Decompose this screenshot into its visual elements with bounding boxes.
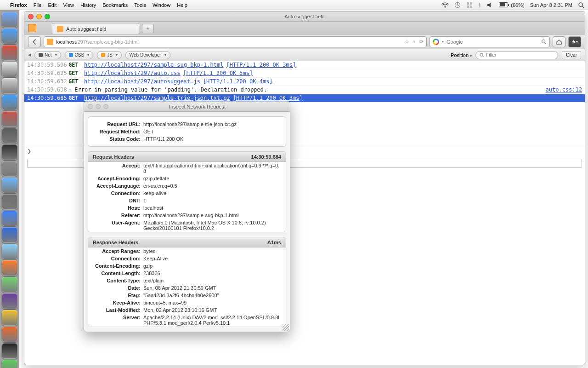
- grid-icon[interactable]: [466, 2, 473, 8]
- dock-app-icon[interactable]: [2, 211, 17, 226]
- traffic-lights[interactable]: [28, 14, 50, 19]
- log-url-link[interactable]: http://localhost/297/sample-sug-bkp-1.ht…: [84, 61, 223, 69]
- menu-history[interactable]: History: [80, 2, 96, 8]
- net-panel-toggle[interactable]: Net: [34, 51, 61, 59]
- network-log: 14:30:59.596GEThttp://localhost/297/samp…: [24, 61, 585, 103]
- filter-input[interactable]: [486, 52, 554, 58]
- dock-app-icon[interactable]: [2, 62, 17, 77]
- url-bar[interactable]: localhost/297/sample-sug-bkp-1.html ☆ ▾ …: [44, 36, 427, 47]
- menubar-clock[interactable]: Sun Apr 8 2:31 PM: [530, 2, 572, 8]
- menu-tools[interactable]: Tools: [134, 2, 146, 8]
- chevron-left-icon[interactable]: ◀: [28, 53, 31, 57]
- header-row: Content-Encoding:gzip: [88, 262, 286, 270]
- dock-app-icon[interactable]: [2, 178, 17, 193]
- dock-app-icon[interactable]: [2, 277, 17, 293]
- dock-app-icon[interactable]: [2, 111, 17, 127]
- header-row: Accept-Language:en-us,en;q=0.5: [88, 182, 286, 190]
- home-button[interactable]: [553, 36, 565, 47]
- log-row[interactable]: 14:30:59.638⚠Error in parsing value for …: [24, 86, 585, 94]
- filter-box[interactable]: [475, 51, 558, 59]
- xampp-icon[interactable]: [28, 24, 36, 32]
- log-url-link[interactable]: http://localhost/297/autosuggest.js: [84, 78, 200, 86]
- dock-app-icon[interactable]: [2, 144, 17, 160]
- dock-app-icon[interactable]: [2, 128, 17, 144]
- menu-view[interactable]: View: [63, 2, 74, 8]
- panel-close-icon[interactable]: [88, 104, 93, 109]
- header-key: Request Method:: [93, 129, 143, 134]
- webdev-panel-toggle[interactable]: Web Developer: [125, 51, 170, 59]
- close-icon[interactable]: [28, 14, 34, 19]
- header-value: Mozilla/5.0 (Macintosh; Intel Mac OS X 1…: [143, 220, 281, 231]
- log-row[interactable]: 14:30:59.596GEThttp://localhost/297/samp…: [24, 61, 585, 69]
- log-row[interactable]: 14:30:59.632GEThttp://localhost/297/auto…: [24, 78, 585, 86]
- header-value: "5aa423d-3a2f6-4bcba4b0e2600": [143, 293, 281, 298]
- svg-point-9: [542, 40, 545, 43]
- browser-tab[interactable]: Auto suggest field: [52, 23, 139, 34]
- dock-app-icon[interactable]: [2, 45, 17, 61]
- bookmark-star-icon[interactable]: ☆: [405, 39, 409, 45]
- minimize-icon[interactable]: [36, 14, 42, 19]
- dock-app-icon[interactable]: [2, 360, 17, 368]
- menu-window[interactable]: Window: [153, 2, 170, 8]
- dock-app-icon[interactable]: [2, 194, 17, 210]
- search-input[interactable]: [447, 39, 538, 45]
- position-menu[interactable]: Position: [451, 52, 472, 58]
- header-row: Host:localhost: [88, 204, 286, 212]
- header-value: gzip: [143, 263, 281, 269]
- menu-help[interactable]: Help: [177, 2, 187, 8]
- js-panel-toggle[interactable]: JS: [97, 51, 122, 59]
- back-button[interactable]: [28, 36, 41, 47]
- header-key: Keep-Alive:: [93, 300, 143, 305]
- bookmarks-button[interactable]: ★▾: [568, 36, 581, 47]
- mac-menubar: Firefox File Edit View History Bookmarks…: [0, 0, 588, 10]
- new-tab-button[interactable]: +: [142, 24, 154, 33]
- dock-app-icon[interactable]: [2, 327, 17, 342]
- dock-app-icon[interactable]: [2, 95, 17, 110]
- reload-icon[interactable]: ⟳: [419, 39, 424, 45]
- filter-search-icon: [480, 53, 484, 58]
- header-value: Apache/2.2.14 (Unix) DAV/2 mod_ssl/2.2.1…: [143, 315, 281, 326]
- bluetooth-icon[interactable]: ᛒ: [478, 2, 481, 8]
- timemachine-icon[interactable]: [454, 2, 461, 8]
- spotlight-icon[interactable]: [578, 2, 584, 8]
- clear-button[interactable]: Clear: [562, 51, 581, 59]
- zoom-icon[interactable]: [45, 14, 50, 19]
- dock-app-icon[interactable]: [2, 12, 17, 28]
- app-name[interactable]: Firefox: [10, 2, 27, 8]
- battery-icon[interactable]: (66%): [499, 2, 524, 8]
- log-url-link[interactable]: http://localhost/297/auto.css: [84, 69, 181, 77]
- dock-app-icon[interactable]: [2, 161, 17, 177]
- battery-pct: (66%): [511, 2, 524, 8]
- header-row: User-Agent:Mozilla/5.0 (Macintosh; Intel…: [88, 219, 286, 232]
- panel-minimize-icon[interactable]: [96, 104, 101, 109]
- header-key: Status Code:: [93, 136, 143, 142]
- dock-app-icon[interactable]: [2, 343, 17, 359]
- dock-app-icon[interactable]: [2, 244, 17, 259]
- dock-app-icon[interactable]: [2, 310, 17, 326]
- log-source-link[interactable]: auto.css:12: [546, 86, 582, 94]
- wifi-icon[interactable]: [441, 2, 449, 8]
- css-panel-toggle[interactable]: CSS: [65, 51, 94, 59]
- dock-app-icon[interactable]: [2, 227, 17, 243]
- log-row[interactable]: 14:30:59.625GEThttp://localhost/297/auto…: [24, 69, 585, 78]
- dock-app-icon[interactable]: [2, 78, 17, 94]
- menu-file[interactable]: File: [34, 2, 42, 8]
- resize-handle-icon[interactable]: [283, 324, 289, 331]
- log-status: [HTTP/1.1 200 OK 3ms]: [226, 61, 296, 69]
- header-row: Accept-Ranges:bytes: [88, 247, 286, 255]
- dock-app-icon[interactable]: [2, 260, 17, 276]
- panel-titlebar[interactable]: Inspect Network Request: [84, 102, 290, 112]
- header-row: Etag:"5aa423d-3a2f6-4bcba4b0e2600": [88, 292, 286, 299]
- url-path: /297/sample-sug-bkp-1.html: [76, 39, 138, 45]
- volume-icon[interactable]: [487, 2, 493, 8]
- window-titlebar[interactable]: Auto suggest field: [24, 12, 585, 22]
- search-box[interactable]: ▾: [430, 36, 550, 47]
- menu-bookmarks[interactable]: Bookmarks: [102, 2, 128, 8]
- menu-edit[interactable]: Edit: [48, 2, 57, 8]
- header-value: Mon, 02 Apr 2012 23:10:16 GMT: [143, 307, 281, 313]
- dock-app-icon[interactable]: [2, 293, 17, 309]
- dock-app-icon[interactable]: [2, 29, 17, 44]
- url-favicon-icon: [47, 39, 53, 45]
- search-submit-icon[interactable]: [541, 39, 547, 45]
- panel-zoom-icon[interactable]: [103, 104, 108, 109]
